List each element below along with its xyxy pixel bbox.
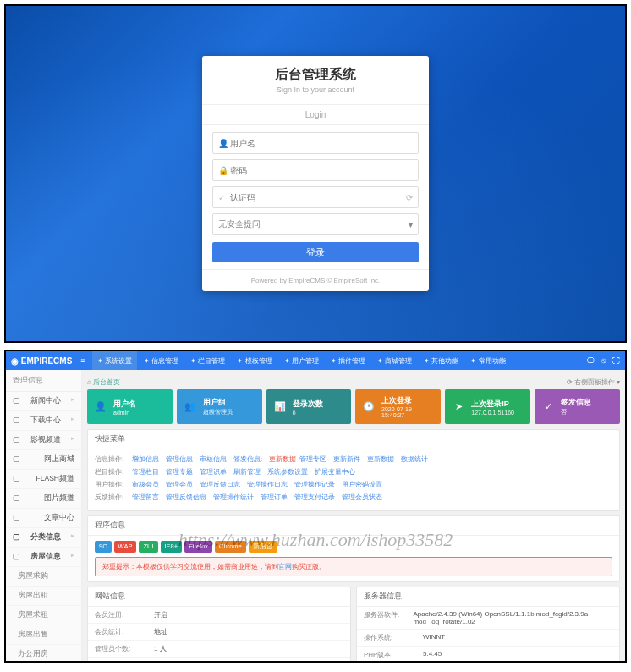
info-row: 服务器软件:Apache/2.4.39 (Win64) OpenSSL/1.1.…: [357, 607, 619, 630]
stat-card: 📊登录次数6: [266, 389, 352, 424]
quick-link[interactable]: 审核会员: [132, 480, 159, 489]
alert-banner: 郑重提示：本模板仅供学习交流使用，如需商业用途，请到官网购买正版。: [95, 557, 612, 576]
stat-card: 👤用户名admin: [87, 389, 173, 424]
tag: 新后台: [249, 541, 277, 553]
alert-link[interactable]: 官网: [278, 563, 292, 570]
login-panel: 后台管理系统 Sign In to your account Login 👤 🔒…: [202, 56, 429, 291]
info-row: 会员统计:地址: [88, 624, 350, 641]
expand-icon[interactable]: ⛶: [612, 356, 620, 365]
quick-link[interactable]: 管理反馈日志: [200, 480, 240, 489]
info-row: 操作系统:WINNT: [357, 630, 619, 647]
sidebar-item[interactable]: ▢ 房屋信息▸: [6, 548, 81, 567]
site-info-header: 网站信息: [88, 587, 350, 607]
topbar: EMPIRECMS ≡ ✦ 系统设置✦ 信息管理✦ 栏目管理✦ 模板管理✦ 用户…: [6, 351, 625, 370]
quick-link[interactable]: 审核信息: [200, 454, 227, 464]
sidebar-item[interactable]: ▢ 图片频道: [6, 489, 81, 509]
topmenu-item[interactable]: ✦ 插件管理: [326, 351, 370, 370]
topmenu-item[interactable]: ✦ 其他功能: [419, 351, 464, 370]
sidebar-item[interactable]: ▢ 网上商城: [6, 450, 81, 470]
quick-link[interactable]: 管理操作日志: [247, 480, 288, 489]
quick-link[interactable]: 系统参数设置: [267, 467, 308, 476]
breadcrumb[interactable]: 后台首页: [93, 378, 120, 386]
login-button[interactable]: 登录: [212, 242, 419, 262]
sidebar-item[interactable]: ▢ 分类信息▸: [6, 528, 81, 548]
quick-link[interactable]: 管理栏目: [132, 467, 159, 476]
tag: ZUI: [139, 541, 157, 553]
desktop-icon[interactable]: 🖵: [587, 356, 595, 365]
tag: IE8+: [161, 541, 183, 553]
sidebar-item[interactable]: 房屋求租: [6, 606, 81, 625]
tag: WAP: [114, 541, 137, 553]
quick-link[interactable]: 管理订单: [261, 493, 288, 502]
quick-link[interactable]: 管理留言: [132, 493, 159, 502]
stat-card: 🕐上次登录2020-07-19 15:40:27: [355, 389, 441, 424]
topmenu-item[interactable]: ✦ 栏目管理: [185, 351, 230, 370]
quick-link[interactable]: 刷新管理: [233, 467, 261, 476]
quick-link[interactable]: 用户密码设置: [342, 480, 382, 489]
quick-link[interactable]: 更新新件: [333, 454, 360, 464]
username-row: 👤: [212, 132, 419, 154]
captcha-input[interactable]: [230, 193, 406, 202]
shield-icon: ✓: [218, 193, 230, 202]
sidebar-item[interactable]: ▢ 文章中心: [6, 509, 81, 528]
quick-link-row: 信息操作:增加信息管理信息审核信息签发信息:更新数据 管理专区更新新件更新数据数…: [95, 454, 612, 464]
quick-link[interactable]: 数据统计: [401, 454, 428, 464]
sidebar-item[interactable]: 房屋求购: [6, 567, 81, 587]
info-row: 未审信息:0 条: [88, 658, 350, 661]
quick-link[interactable]: 管理操作统计: [213, 493, 254, 502]
sidebar-item[interactable]: ▢ 影视频道▸: [6, 431, 81, 450]
logout-icon[interactable]: ⎋: [601, 356, 606, 365]
tag: Firefox: [184, 541, 212, 553]
sidebar-item[interactable]: 房屋出租: [6, 587, 81, 606]
topmenu-item[interactable]: ✦ 用户管理: [279, 351, 324, 370]
password-input[interactable]: [230, 166, 413, 175]
quick-link[interactable]: 管理识单: [200, 467, 227, 476]
top-menu: ✦ 系统设置✦ 信息管理✦ 栏目管理✦ 模板管理✦ 用户管理✦ 插件管理✦ 商城…: [92, 351, 587, 370]
quick-link[interactable]: 管理专区: [299, 454, 326, 464]
username-input[interactable]: [230, 139, 413, 148]
sidebar-item[interactable]: 房屋出售: [6, 625, 81, 645]
quick-link[interactable]: 更新数据: [367, 454, 394, 464]
brand-logo[interactable]: EMPIRECMS: [11, 356, 72, 366]
info-row: 管理员个数:1 人: [88, 641, 350, 658]
captcha-row: ✓ ⟳: [212, 186, 419, 208]
lock-icon: 🔒: [218, 166, 230, 175]
tag: Chrome: [215, 541, 246, 553]
sidebar-item[interactable]: 办公用房: [6, 645, 81, 661]
quick-link[interactable]: 管理信息: [166, 454, 193, 464]
quick-link[interactable]: 管理会员状态: [342, 493, 382, 502]
sidebar-item[interactable]: ▢ 新闻中心▸: [6, 392, 81, 411]
quick-link[interactable]: 管理反馈信息: [166, 493, 206, 502]
password-row: 🔒: [212, 159, 419, 181]
quick-link[interactable]: 管理会员: [166, 480, 193, 489]
quick-link[interactable]: 管理支付记录: [294, 493, 335, 502]
sidebar: 管理信息 ▢ 新闻中心▸▢ 下载中心▸▢ 影视频道▸▢ 网上商城▢ FLASH频…: [6, 370, 82, 661]
topmenu-item[interactable]: ✦ 常用功能: [465, 351, 510, 370]
topmenu-item[interactable]: ✦ 系统设置: [92, 351, 137, 370]
menu-icon[interactable]: ≡: [80, 356, 85, 365]
topbar-right: 🖵 ⎋ ⛶: [587, 356, 620, 365]
quick-link-row: 用户操作:审核会员管理会员管理反馈日志管理操作日志管理操作记录用户密码设置: [95, 480, 612, 489]
quick-link[interactable]: 管理专题: [166, 467, 193, 476]
quick-link-row: 反馈操作:管理留言管理反馈信息管理操作统计管理订单管理支付记录管理会员状态: [95, 493, 612, 502]
info-row: 会员注册:开启: [88, 607, 350, 624]
home-icon: ⌂: [87, 378, 91, 386]
topmenu-item[interactable]: ✦ 商城管理: [372, 351, 417, 370]
quick-link[interactable]: 增加信息: [132, 454, 159, 464]
sidebar-header: 管理信息: [6, 370, 81, 392]
quick-link[interactable]: 签发信息:: [233, 454, 262, 464]
sidebar-item[interactable]: ▢ FLASH频道: [6, 470, 81, 489]
server-info-header: 服务器信息: [357, 587, 619, 607]
tag-list: 9CWAPZUIIE8+FirefoxChrome新后台: [95, 541, 612, 553]
refresh-icon[interactable]: ⟳: [406, 193, 413, 202]
topmenu-item[interactable]: ✦ 信息管理: [139, 351, 184, 370]
panel-action[interactable]: ⟳ 右侧面板操作 ▾: [567, 377, 620, 387]
quick-link[interactable]: 扩展变量中心: [315, 467, 355, 476]
stat-card: ✓签发信息否: [535, 389, 620, 424]
login-footer: Powered by EmpireCMS © EmpireSoft Inc.: [202, 269, 429, 291]
sidebar-item[interactable]: ▢ 下载中心▸: [6, 411, 81, 431]
stat-card: 👥用户组超级管理员: [177, 389, 262, 424]
quick-link[interactable]: 管理操作记录: [294, 480, 335, 489]
security-question-select[interactable]: 无安全提问 ▾: [212, 213, 419, 235]
topmenu-item[interactable]: ✦ 模板管理: [232, 351, 277, 370]
